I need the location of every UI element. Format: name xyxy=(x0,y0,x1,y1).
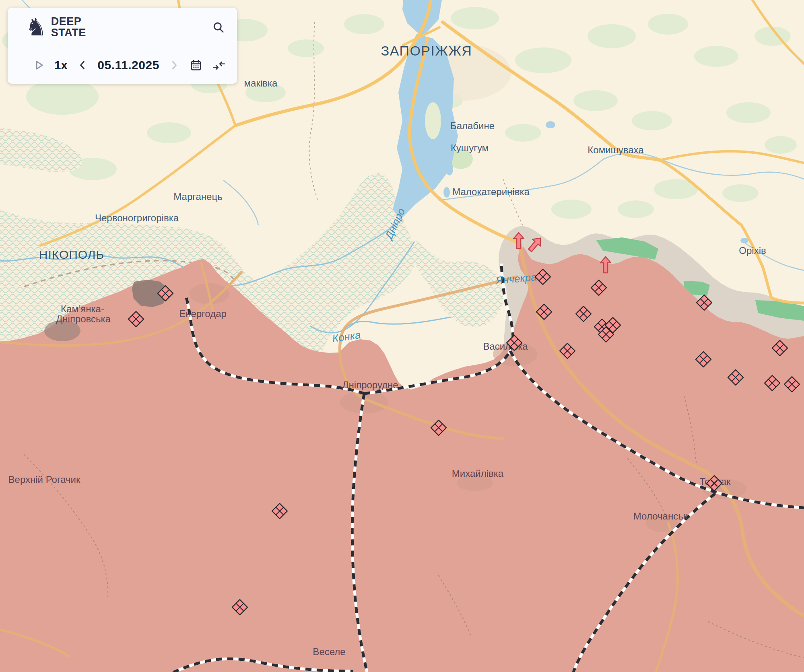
deepstate-map-app: ЗАПОРІЖЖЯБалабинеКушугумКомишувахаМалока… xyxy=(0,0,804,672)
jump-latest-button[interactable] xyxy=(212,59,226,72)
map-canvas[interactable] xyxy=(0,0,804,672)
chevron-left-icon xyxy=(77,60,88,70)
date-display[interactable]: 05.11.2025 xyxy=(97,58,159,72)
search-icon xyxy=(211,21,225,34)
converging-arrows-icon xyxy=(212,59,226,72)
knight-logo-icon: ♞ xyxy=(25,16,47,39)
control-panel: ♞ DEEP STATE 1x xyxy=(8,8,237,84)
prev-day-button[interactable] xyxy=(77,60,88,70)
play-icon xyxy=(33,60,45,71)
chevron-right-icon xyxy=(169,60,179,70)
search-button[interactable] xyxy=(211,21,225,34)
brand-line2: STATE xyxy=(51,27,86,39)
calendar-icon xyxy=(190,59,202,72)
calendar-button[interactable] xyxy=(190,59,202,72)
play-button[interactable] xyxy=(33,60,45,71)
deepstate-logo: ♞ DEEP STATE xyxy=(25,16,211,39)
next-day-button[interactable] xyxy=(169,60,179,70)
brand-text: DEEP STATE xyxy=(51,16,86,38)
brand-line1: DEEP xyxy=(51,16,86,27)
speed-button[interactable]: 1x xyxy=(54,59,67,72)
